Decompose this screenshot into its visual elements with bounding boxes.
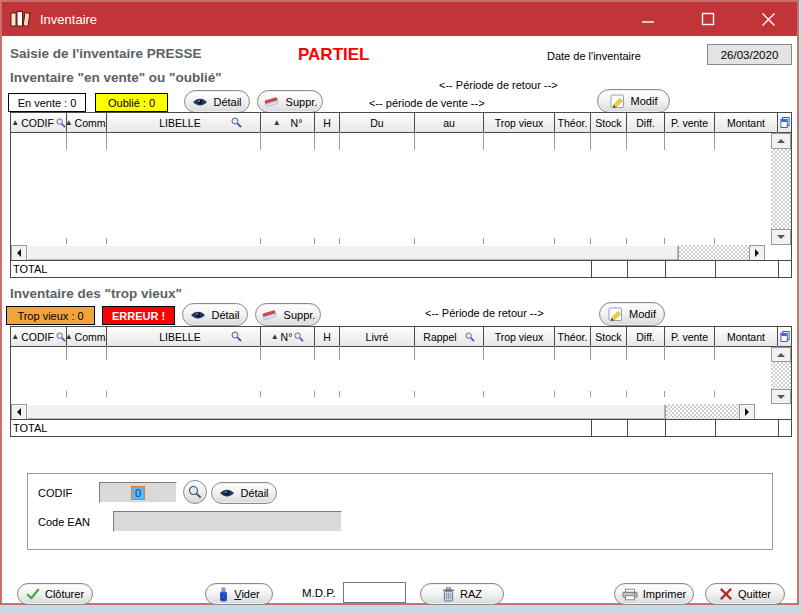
t1-col-trop-vieux[interactable]: Trop vieux (484, 113, 555, 133)
date-label: Date de l'inventaire (547, 50, 641, 62)
search-icon (294, 332, 304, 342)
t2-col-libelle[interactable]: LIBELLE (107, 327, 261, 347)
detail-button-vente[interactable]: Détail (184, 90, 250, 113)
eye-icon (192, 97, 208, 107)
copy-icon (780, 330, 790, 343)
t1-col-du[interactable]: Du (340, 113, 415, 133)
t1-col-comm[interactable]: ▲ Comm. (67, 113, 107, 133)
t1-copy-corner[interactable] (778, 113, 791, 133)
detail-button-label: Détail (213, 96, 241, 108)
t1-vscroll-track[interactable] (771, 149, 791, 229)
mdp-label: M.D.P. (302, 587, 336, 599)
t2-col-rappel[interactable]: Rappel (415, 327, 484, 347)
t1-col-p-vente[interactable]: P. vente (665, 113, 715, 133)
detail-button-trop-vieux[interactable]: Détail (182, 303, 248, 326)
trop-vieux-count-badge: Trop vieux : 0 (6, 306, 95, 325)
t1-col-h[interactable]: H (315, 113, 340, 133)
t1-col-theor[interactable]: Théor. (555, 113, 591, 133)
t1-col-diff[interactable]: Diff. (627, 113, 665, 133)
t2-col-p-vente[interactable]: P. vente (665, 327, 715, 347)
code-ean-input[interactable] (113, 511, 342, 532)
eye-icon (219, 488, 235, 498)
t1-col-libelle[interactable]: LIBELLE (107, 113, 261, 133)
pencil-icon (610, 94, 626, 109)
oublie-count-badge: Oublié : 0 (95, 93, 168, 112)
copy-icon (780, 116, 790, 129)
search-icon (231, 117, 242, 128)
pencil-icon (608, 307, 624, 322)
quitter-button-label: Quitter (738, 588, 771, 600)
t1-scroll-left-button[interactable] (11, 245, 27, 261)
t2-col-diff[interactable]: Diff. (627, 327, 665, 347)
eraser-icon (261, 309, 279, 321)
t2-col-livre[interactable]: Livré (340, 327, 415, 347)
printer-icon (622, 588, 638, 601)
t1-scroll-up-button[interactable] (771, 133, 791, 149)
sort-asc-icon: ▲ (271, 333, 279, 341)
search-icon (465, 332, 475, 342)
t1-scroll-right-button[interactable] (749, 245, 765, 261)
window-title: Inventaire (40, 12, 97, 27)
t2-col-comm[interactable]: ▲ Comm. (67, 327, 107, 347)
suppr-button-trop-vieux[interactable]: Suppr. (255, 303, 321, 326)
codif-search-button[interactable] (183, 480, 207, 504)
t2-col-montant[interactable]: Montant (715, 327, 778, 347)
t1-col-montant[interactable]: Montant (715, 113, 778, 133)
t1-col-stock[interactable]: Stock (591, 113, 627, 133)
section-trop-vieux-heading: Inventaire des "trop vieux" (10, 286, 182, 301)
raz-button[interactable]: RAZ (420, 583, 504, 605)
t2-hscroll-track[interactable] (666, 404, 739, 420)
t2-scroll-down-button[interactable] (771, 389, 791, 404)
suppr-button-vente[interactable]: Suppr. (257, 90, 323, 113)
eye-icon (190, 310, 206, 320)
t1-col-codif[interactable]: ▲ CODIF (11, 113, 67, 133)
codif-input[interactable]: 0 (99, 482, 177, 503)
t2-col-stock[interactable]: Stock (591, 327, 627, 347)
vider-button[interactable]: Vider (205, 583, 273, 605)
t2-scroll-up-button[interactable] (771, 347, 791, 362)
modif-button-label: Modif (631, 95, 658, 107)
periode-retour-label-2: <-- Période de retour --> (425, 307, 544, 319)
section-vente-heading: Inventaire "en vente" ou "oublié" (10, 70, 222, 85)
t2-col-h[interactable]: H (315, 327, 340, 347)
inventory-date-field[interactable]: 26/03/2020 (707, 44, 792, 65)
t2-copy-corner[interactable] (778, 327, 791, 347)
t2-col-codif[interactable]: ▲ CODIF (11, 327, 67, 347)
t2-col-trop-vieux[interactable]: Trop vieux (484, 327, 555, 347)
detail-button-lookup[interactable]: Détail (211, 482, 277, 504)
table-en-vente: ▲ CODIF ▲ Comm. LIBELLE ▲ N° H Du au Tro… (10, 112, 792, 278)
sort-asc-icon: ▲ (65, 333, 73, 341)
t1-hscroll-track[interactable] (679, 245, 749, 261)
modif-button-vente[interactable]: Modif (597, 89, 670, 113)
sort-asc-icon: ▲ (65, 119, 73, 127)
modif-button-trop-vieux[interactable]: Modif (599, 302, 665, 326)
clean-icon (218, 587, 229, 602)
close-button[interactable] (745, 2, 791, 36)
cloturer-button[interactable]: Clôturer (17, 583, 93, 605)
t1-col-au[interactable]: au (415, 113, 484, 133)
t1-total-label: TOTAL (13, 263, 47, 275)
t2-scroll-right-button[interactable] (739, 404, 755, 420)
t1-hscroll-thumb[interactable] (27, 245, 679, 261)
t1-scroll-down-button[interactable] (771, 229, 791, 245)
t2-scroll-left-button[interactable] (11, 404, 27, 420)
desktop: Inventaire Saisie de l'inventaire PRESSE… (0, 0, 801, 614)
minimize-button[interactable] (625, 2, 671, 36)
maximize-button[interactable] (685, 2, 731, 36)
t2-col-theor[interactable]: Théor. (555, 327, 591, 347)
window-controls (611, 2, 791, 36)
trash-icon (442, 587, 455, 602)
imprimer-button[interactable]: Imprimer (614, 583, 694, 605)
mdp-input[interactable] (343, 582, 406, 603)
t2-hscroll-thumb[interactable] (27, 404, 666, 420)
search-icon (231, 331, 242, 342)
sort-asc-icon: ▲ (11, 333, 19, 341)
page-title: Saisie de l'inventaire PRESSE (10, 46, 202, 61)
code-ean-label: Code EAN (38, 516, 90, 528)
periode-retour-label-1: <-- Période de retour --> (439, 79, 558, 91)
quitter-button[interactable]: Quitter (705, 583, 785, 605)
t2-col-numero[interactable]: ▲ N° (261, 327, 315, 347)
t1-col-numero[interactable]: ▲ N° (261, 113, 315, 133)
t2-vscroll-track[interactable] (771, 362, 791, 389)
modif-button-label: Modif (629, 308, 656, 320)
